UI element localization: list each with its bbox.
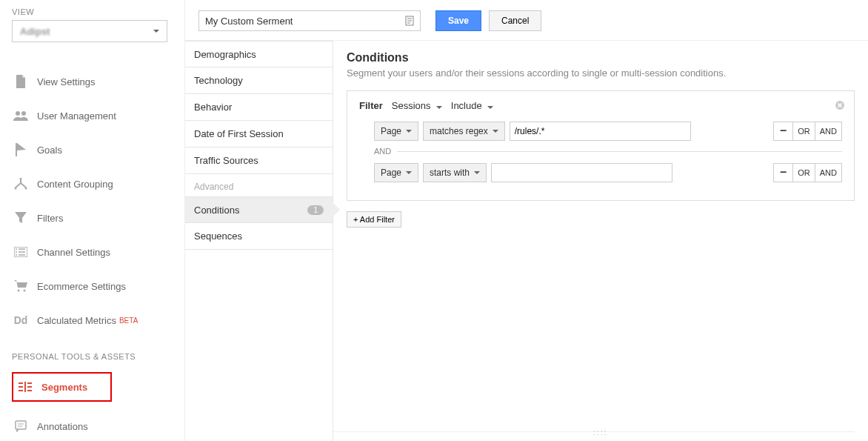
cat-date-first-session[interactable]: Date of First Session xyxy=(185,121,333,147)
nav-ecommerce[interactable]: Ecommerce Settings xyxy=(12,269,184,303)
nav-label: Goals xyxy=(37,145,62,156)
count-badge: 1 xyxy=(307,205,324,215)
nav-calculated-metrics[interactable]: Dd Calculated Metrics BETA xyxy=(12,303,184,337)
cat-conditions[interactable]: Conditions 1 xyxy=(185,196,333,223)
scope-dropdown[interactable]: Sessions xyxy=(392,100,442,111)
segment-name-value: My Custom Serment xyxy=(205,16,293,27)
resize-grip-icon[interactable]: :::: xyxy=(593,428,607,437)
beta-badge: BETA xyxy=(119,316,138,325)
condition-row: Page matches regex – OR AND xyxy=(374,122,842,141)
category-list: Demographics Technology Behavior Date of… xyxy=(185,41,333,441)
dimension-dropdown[interactable]: Page xyxy=(374,163,418,182)
users-icon xyxy=(12,110,30,121)
nav-label: Content Grouping xyxy=(37,179,113,190)
page-title: Conditions xyxy=(347,51,855,64)
operator-dropdown[interactable]: starts with xyxy=(423,163,487,182)
remove-row-button[interactable]: – xyxy=(774,122,792,139)
svg-point-0 xyxy=(16,111,20,116)
nav-segments[interactable]: Segments xyxy=(13,374,110,400)
filter-label: Filter xyxy=(359,100,383,111)
value-input[interactable] xyxy=(491,163,672,182)
svg-point-2 xyxy=(20,178,22,180)
caret-down-icon xyxy=(487,106,493,109)
flag-icon xyxy=(12,143,30,156)
nav-annotations[interactable]: Annotations xyxy=(12,409,184,441)
advanced-header: Advanced xyxy=(185,174,333,196)
nav-view-settings[interactable]: View Settings xyxy=(12,64,184,99)
nav-user-management[interactable]: User Management xyxy=(12,99,184,133)
nav-label: User Management xyxy=(37,110,116,122)
and-button[interactable]: AND xyxy=(815,122,841,140)
channel-icon xyxy=(12,247,30,257)
cat-behavior[interactable]: Behavior xyxy=(185,94,333,121)
svg-point-1 xyxy=(21,111,26,116)
caret-down-icon xyxy=(406,130,412,133)
nav-label: Filters xyxy=(37,213,63,224)
view-selector[interactable]: Adipst xyxy=(12,20,167,42)
page-description: Segment your users and/or their sessions… xyxy=(347,67,855,79)
nav-label: Annotations xyxy=(37,421,88,432)
logic-buttons: – OR AND xyxy=(773,163,842,182)
svg-point-4 xyxy=(25,188,27,190)
cancel-button[interactable]: Cancel xyxy=(489,10,541,31)
and-button[interactable]: AND xyxy=(815,164,841,182)
cat-technology[interactable]: Technology xyxy=(185,67,333,94)
or-button[interactable]: OR xyxy=(792,164,815,182)
main-panel: Conditions Segment your users and/or the… xyxy=(333,41,868,441)
cart-icon xyxy=(12,280,30,292)
svg-point-7 xyxy=(24,290,26,292)
cat-sequences[interactable]: Sequences xyxy=(185,223,333,250)
annotation-icon xyxy=(12,420,30,432)
svg-point-6 xyxy=(18,290,20,292)
nav-label: Channel Settings xyxy=(37,247,110,258)
condition-row: Page starts with – OR AND xyxy=(374,163,842,182)
cat-traffic-sources[interactable]: Traffic Sources xyxy=(185,147,333,174)
svg-rect-8 xyxy=(16,421,26,429)
funnel-icon xyxy=(12,212,30,224)
nav-label: View Settings xyxy=(37,76,96,87)
left-sidebar: VIEW Adipst View Settings User Managemen… xyxy=(0,0,185,441)
value-input[interactable] xyxy=(510,122,691,141)
segment-name-input[interactable]: My Custom Serment xyxy=(198,10,421,31)
nav-channel-settings[interactable]: Channel Settings xyxy=(12,235,184,269)
nav-goals[interactable]: Goals xyxy=(12,133,184,167)
logic-buttons: – OR AND xyxy=(773,122,842,141)
nav-filters[interactable]: Filters xyxy=(12,201,184,235)
svg-point-3 xyxy=(15,188,17,190)
caret-down-icon xyxy=(493,130,498,133)
file-icon xyxy=(12,75,30,88)
grouping-icon xyxy=(12,178,30,190)
or-button[interactable]: OR xyxy=(792,122,815,140)
view-value: Adipst xyxy=(20,26,50,37)
caret-down-icon xyxy=(153,30,159,33)
nav-label: Calculated Metrics xyxy=(37,315,116,326)
remove-filter-icon[interactable] xyxy=(835,100,845,110)
add-filter-button[interactable]: + Add Filter xyxy=(347,211,401,228)
caret-down-icon xyxy=(436,106,442,109)
caret-down-icon xyxy=(406,171,412,174)
caret-down-icon xyxy=(474,171,480,174)
nav-label: Segments xyxy=(41,382,87,393)
preview-icon[interactable] xyxy=(405,16,414,26)
dimension-dropdown[interactable]: Page xyxy=(374,122,418,141)
save-button[interactable]: Save xyxy=(435,10,481,31)
mode-dropdown[interactable]: Include xyxy=(451,100,493,111)
section-header: PERSONAL TOOLS & ASSETS xyxy=(12,352,184,361)
and-separator: AND xyxy=(374,147,842,156)
nav-label: Ecommerce Settings xyxy=(37,281,126,292)
operator-dropdown[interactable]: matches regex xyxy=(423,122,505,141)
nav-content-grouping[interactable]: Content Grouping xyxy=(12,167,184,201)
view-label: VIEW xyxy=(12,7,184,16)
remove-row-button[interactable]: – xyxy=(774,163,792,181)
filter-block: Filter Sessions Include Page matches reg… xyxy=(347,90,855,201)
dd-icon: Dd xyxy=(12,314,30,326)
cat-demographics[interactable]: Demographics xyxy=(185,41,333,67)
highlight-box: Segments xyxy=(12,372,112,402)
segments-icon xyxy=(16,382,34,392)
